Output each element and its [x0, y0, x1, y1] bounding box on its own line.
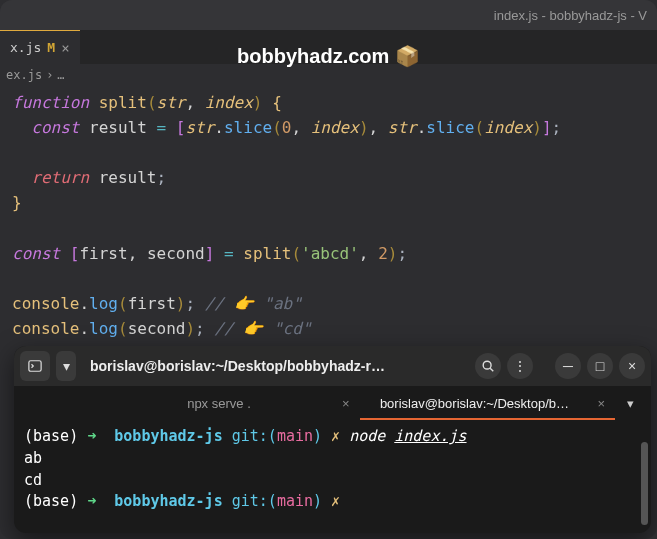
search-button[interactable]: [475, 353, 501, 379]
keyword-const: const: [31, 118, 79, 137]
dirty-icon: ✗: [331, 427, 340, 445]
maximize-icon: □: [596, 358, 604, 374]
cmd-arg: index.js: [394, 427, 466, 445]
comment: // 👉️ "ab": [205, 294, 302, 313]
conda-env: (base): [24, 492, 78, 510]
tab-modified-indicator: M: [47, 40, 55, 55]
output-line: cd: [24, 470, 641, 492]
arg: index: [484, 118, 532, 137]
prompt-dir: bobbyhadz-js: [114, 492, 222, 510]
tab-label: x.js: [10, 40, 41, 55]
identifier: result: [99, 168, 157, 187]
tab-label: borislav@borislav:~/Desktop/b…: [360, 396, 590, 411]
prompt-arrow: ➜: [87, 492, 96, 510]
obj-console: console: [12, 294, 79, 313]
git-suffix: ): [313, 492, 322, 510]
terminal-tab-1[interactable]: npx serve . ×: [104, 386, 360, 420]
param: str: [157, 93, 186, 112]
svg-line-2: [490, 368, 493, 371]
breadcrumb-file: ex.js: [6, 68, 42, 82]
chevron-right-icon: ›: [46, 68, 53, 82]
method: slice: [426, 118, 474, 137]
terminal-tab-2[interactable]: borislav@borislav:~/Desktop/b… ×: [360, 386, 616, 420]
terminal-tabs: npx serve . × borislav@borislav:~/Deskto…: [14, 386, 651, 420]
identifier: result: [89, 118, 147, 137]
editor-tabs: x.js M ×: [0, 30, 657, 64]
minimize-button[interactable]: ─: [555, 353, 581, 379]
fn-name: split: [99, 93, 147, 112]
identifier: first: [79, 244, 127, 263]
minimize-icon: ─: [563, 358, 573, 374]
obj-console: console: [12, 319, 79, 338]
add-tab-button[interactable]: ▾: [615, 386, 645, 420]
close-icon[interactable]: ×: [61, 40, 69, 56]
operator: =: [224, 244, 234, 263]
fn-call: split: [243, 244, 291, 263]
cmd: node: [349, 427, 385, 445]
close-icon: ×: [628, 358, 636, 374]
code-editor[interactable]: function split(str, index) { const resul…: [0, 86, 657, 351]
obj: str: [185, 118, 214, 137]
terminal-window: ▾ borislav@borislav:~/Desktop/bobbyhadz-…: [14, 346, 651, 533]
git-branch: main: [277, 427, 313, 445]
kebab-icon: ⋮: [513, 358, 527, 374]
prompt-dir: bobbyhadz-js: [114, 427, 222, 445]
keyword-return: return: [31, 168, 89, 187]
chevron-down-icon: ▾: [63, 358, 70, 374]
prompt-arrow: ➜: [87, 427, 96, 445]
string: 'abcd': [301, 244, 359, 263]
number: 2: [378, 244, 388, 263]
dirty-icon: ✗: [331, 492, 340, 510]
keyword-const: const: [12, 244, 60, 263]
output-line: ab: [24, 448, 641, 470]
svg-rect-0: [29, 361, 41, 372]
terminal-icon: [28, 359, 42, 373]
terminal-title: borislav@borislav:~/Desktop/bobbyhadz-r…: [82, 358, 469, 374]
window-title: index.js - bobbyhadz-js - V: [494, 8, 647, 23]
obj: str: [388, 118, 417, 137]
method: slice: [224, 118, 272, 137]
tab-label: npx serve .: [104, 396, 334, 411]
keyword-function: function: [12, 93, 89, 112]
terminal-body[interactable]: (base) ➜ bobbyhadz-js git:(main) ✗ node …: [14, 420, 651, 533]
scrollbar[interactable]: [641, 442, 648, 525]
breadcrumb-more: …: [57, 68, 64, 82]
new-tab-button[interactable]: [20, 351, 50, 381]
method-log: log: [89, 319, 118, 338]
git-prefix: git:(: [232, 492, 277, 510]
search-icon: [481, 359, 495, 373]
conda-env: (base): [24, 427, 78, 445]
arg: first: [128, 294, 176, 313]
arg: index: [311, 118, 359, 137]
git-suffix: ): [313, 427, 322, 445]
identifier: second: [147, 244, 205, 263]
close-icon[interactable]: ×: [342, 396, 360, 411]
close-button[interactable]: ×: [619, 353, 645, 379]
operator: =: [157, 118, 167, 137]
comment: // 👉️ "cd": [214, 319, 311, 338]
svg-point-1: [483, 361, 491, 369]
param: index: [205, 93, 253, 112]
breadcrumb[interactable]: ex.js › …: [0, 64, 657, 86]
git-branch: main: [277, 492, 313, 510]
number: 0: [282, 118, 292, 137]
terminal-header: ▾ borislav@borislav:~/Desktop/bobbyhadz-…: [14, 346, 651, 386]
chevron-down-icon: ▾: [627, 396, 634, 411]
dropdown-button[interactable]: ▾: [56, 351, 76, 381]
editor-tab-index-js[interactable]: x.js M ×: [0, 30, 80, 64]
arg: second: [128, 319, 186, 338]
maximize-button[interactable]: □: [587, 353, 613, 379]
menu-button[interactable]: ⋮: [507, 353, 533, 379]
close-icon[interactable]: ×: [597, 396, 615, 411]
method-log: log: [89, 294, 118, 313]
window-titlebar: index.js - bobbyhadz-js - V: [0, 0, 657, 30]
git-prefix: git:(: [232, 427, 277, 445]
